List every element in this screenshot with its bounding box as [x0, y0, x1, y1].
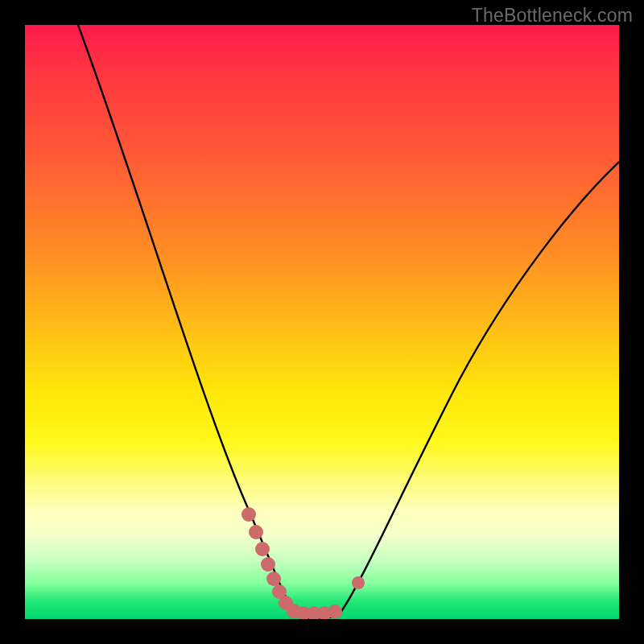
svg-point-0	[242, 507, 256, 522]
svg-point-1	[249, 525, 263, 539]
svg-point-4	[266, 572, 281, 586]
svg-point-2	[255, 542, 270, 556]
watermark-text: TheBottleneck.com	[472, 5, 633, 27]
svg-point-3	[261, 557, 275, 572]
chart-plot-area	[25, 25, 619, 619]
bottleneck-curve-svg	[25, 25, 619, 619]
svg-point-11	[328, 605, 342, 619]
svg-point-12	[352, 576, 365, 589]
bottleneck-curve-path	[78, 25, 619, 619]
